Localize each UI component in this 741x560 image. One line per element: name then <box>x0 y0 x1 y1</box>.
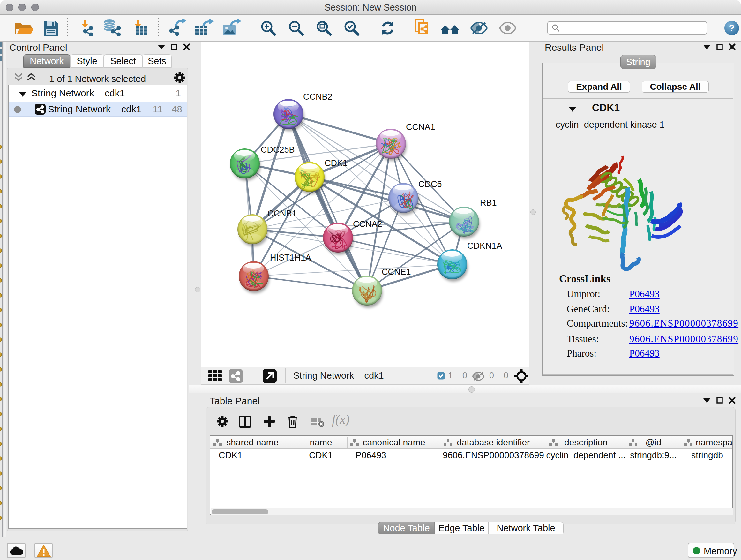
svg-text:CCNA1: CCNA1 <box>406 122 435 132</box>
svg-text:CCNB2: CCNB2 <box>303 92 333 102</box>
svg-text:CCNA2: CCNA2 <box>353 219 382 229</box>
svg-text:CDK1: CDK1 <box>325 159 347 168</box>
svg-text:HIST1H1A: HIST1H1A <box>270 253 311 262</box>
svg-text:CDC6: CDC6 <box>418 179 442 189</box>
svg-text:?: ? <box>729 23 735 33</box>
svg-text:CDC25B: CDC25B <box>261 145 295 154</box>
svg-text:CCNE1: CCNE1 <box>382 267 411 277</box>
svg-text:CDKN1A: CDKN1A <box>467 241 502 251</box>
svg-text:RB1: RB1 <box>480 198 497 207</box>
svg-text:CCNB1: CCNB1 <box>267 209 297 219</box>
